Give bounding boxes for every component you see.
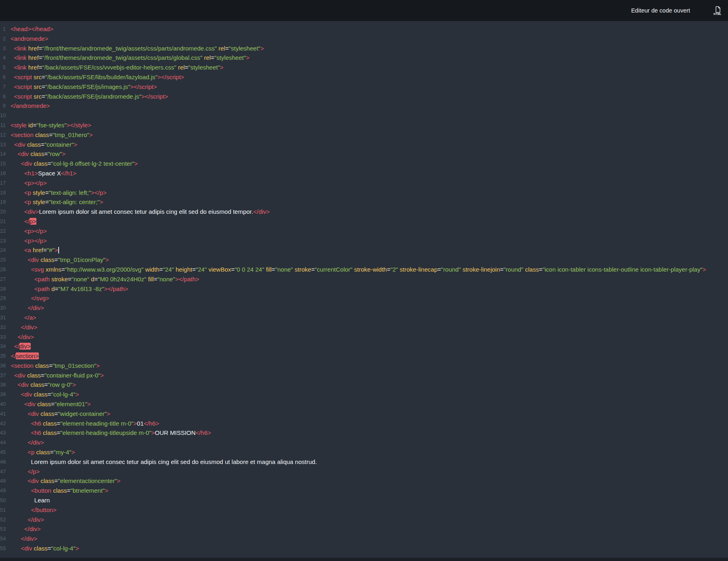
code-line[interactable]: 32 </div>	[0, 323, 728, 332]
code-line[interactable]: 45 <p class="my-4">	[0, 447, 728, 457]
string-token: "24"	[196, 266, 207, 273]
code-line[interactable]: 29 </svg>	[0, 293, 728, 303]
code-line[interactable]: 5 <link href="/back/assets/FSE/css/vvveb…	[0, 63, 728, 72]
code-line[interactable]: 6 <script src="/back/assets/FSE/libs/bui…	[0, 72, 728, 82]
code-line[interactable]: 3 <link href="/front/themes/andromede_tw…	[0, 44, 728, 53]
string-token: "http://www.w3.org/2000/svg"	[65, 266, 144, 273]
code-line[interactable]: 48 <div class="elementactioncenter">	[0, 476, 728, 486]
tag-token: <link	[14, 54, 28, 61]
string-token: "/back/assets/FSE/css/vvvebjs-editor-hel…	[42, 64, 176, 71]
tag-token: </div>	[253, 208, 270, 215]
code-line[interactable]: 50 Learn	[0, 496, 728, 505]
code-line[interactable]: 34 </div>	[0, 342, 728, 351]
code-line[interactable]: 12<section class="tmp_01hero">	[0, 130, 728, 140]
text-token: =	[54, 477, 58, 484]
text-token: =	[67, 487, 70, 494]
string-token: "element-heading-titleupside m-0"	[60, 429, 151, 436]
line-number: 31	[0, 313, 11, 323]
attribute-token: class	[53, 487, 67, 494]
code-line[interactable]: 27 <path stroke="none" d="M0 0h24v24H0z"…	[0, 274, 728, 284]
code-line[interactable]: 25 <div class="tmp_01iconPlay">	[0, 255, 728, 265]
horizontal-scrollbar-track[interactable]	[0, 558, 728, 561]
code-line[interactable]: 43 <h6 class="element-heading-titleupsid…	[0, 428, 728, 438]
code-line[interactable]: 16 <h1>Space X</h1>	[0, 169, 728, 178]
code-line[interactable]: 19 <p style="text-align: center;">	[0, 197, 728, 207]
line-content: <script src="/back/assets/FSE/js/androme…	[11, 92, 728, 101]
code-line[interactable]: 20 <div>Lorem ipsum dolor sit amet conse…	[0, 207, 728, 217]
code-line[interactable]: 30 </div>	[0, 303, 728, 313]
code-line[interactable]: 28 <path d="M7 4v16l13 -8z"></path>	[0, 284, 728, 294]
code-line[interactable]: 4 <link href="/front/themes/andromede_tw…	[0, 53, 728, 63]
code-line[interactable]: 7 <script src="/back/assets/FSE/js/image…	[0, 82, 728, 92]
code-line[interactable]: 52 </div>	[0, 515, 728, 525]
code-line[interactable]: 22 <p></p>	[0, 226, 728, 236]
code-line[interactable]: 49 <button class="btnelement">	[0, 486, 728, 496]
code-line[interactable]: 23 <p></p>	[0, 236, 728, 246]
html-file-icon[interactable]: HTML	[713, 6, 722, 15]
text-token: =	[33, 122, 36, 129]
code-line[interactable]: 17 <p></p>	[0, 178, 728, 188]
line-number: 26	[0, 265, 11, 274]
line-number: 36	[0, 361, 11, 371]
code-line[interactable]: 46 Lorem ipsum dolor sit amet consec tet…	[0, 457, 728, 467]
line-number: 34	[0, 342, 11, 351]
line-number: 47	[0, 467, 11, 477]
code-line[interactable]: 47 </p>	[0, 467, 728, 477]
string-token: "icon icon-tabler icons-tabler-outline i…	[542, 266, 703, 273]
code-line[interactable]: 1<head></head>	[0, 24, 728, 34]
line-number: 13	[0, 140, 11, 150]
code-line[interactable]: 36<section class="tmp_01section">	[0, 361, 728, 371]
text-token	[11, 535, 21, 542]
text-token	[11, 372, 14, 379]
text-token	[11, 198, 24, 205]
line-number: 19	[0, 197, 11, 207]
code-line[interactable]: 15 <div class="col-lg-8 offset-lg-2 text…	[0, 159, 728, 169]
attribute-token: class	[27, 141, 41, 148]
code-line[interactable]: 24 <a href="#">	[0, 245, 728, 255]
code-line[interactable]: 40 <div class="element01">	[0, 399, 728, 409]
code-line[interactable]: 10	[0, 111, 728, 120]
line-number: 18	[0, 188, 11, 198]
code-line[interactable]: 13 <div class="container">	[0, 140, 728, 150]
code-line[interactable]: 8 <script src="/back/assets/FSE/js/andro…	[0, 92, 728, 101]
code-line[interactable]: 38 <div class="row g-0">	[0, 380, 728, 390]
line-content: Lorem ipsum dolor sit amet consec tetur …	[11, 457, 728, 467]
code-line[interactable]: 41 <div class="widget-container">	[0, 409, 728, 419]
code-line[interactable]: 21 </p>	[0, 217, 728, 226]
tag-token: >	[703, 266, 706, 273]
code-line[interactable]: 35</section>	[0, 351, 728, 361]
code-line[interactable]: 42 <h6 class="element-heading-title m-0"…	[0, 419, 728, 428]
string-token: "/front/themes/andromede_twig/assets/css…	[42, 54, 202, 61]
text-token: =	[45, 198, 49, 205]
code-line[interactable]: 11<style id="fse-styles"></style>	[0, 120, 728, 130]
code-line[interactable]: 31 </a>	[0, 313, 728, 323]
tag-token: <div	[21, 545, 34, 552]
code-line[interactable]: 55 <div class="col-lg-4">	[0, 544, 728, 553]
code-line[interactable]: 54 </div>	[0, 534, 728, 544]
tag-token: >	[260, 45, 264, 52]
code-line[interactable]: 44 </div>	[0, 438, 728, 447]
attribute-token: class	[525, 266, 539, 273]
attribute-token: class	[37, 401, 51, 407]
code-line[interactable]: 53 </div>	[0, 524, 728, 534]
code-line[interactable]: 26 <svg xmlns="http://www.w3.org/2000/sv…	[0, 265, 728, 274]
open-code-editor-label[interactable]: Editeur de code ouvert	[631, 7, 690, 14]
code-line[interactable]: 18 <p style="text-align: left;"></p>	[0, 188, 728, 198]
text-token: =	[94, 276, 98, 283]
text-token: =	[211, 54, 214, 61]
code-editor[interactable]: 1<head></head>2<andromede>3 <link href="…	[0, 21, 728, 558]
tag-token: <div	[28, 410, 40, 417]
tag-token: >	[72, 381, 76, 388]
code-line[interactable]: 14 <div class="row">	[0, 149, 728, 159]
code-line[interactable]: 33 </div>	[0, 332, 728, 342]
string-token: "#"	[47, 247, 55, 253]
code-line[interactable]: 51 </button>	[0, 505, 728, 515]
attribute-token: stroke	[51, 276, 68, 283]
tag-token: <path	[34, 276, 51, 283]
code-line[interactable]: 39 <div class="col-lg-4">	[0, 390, 728, 399]
code-line[interactable]: 9</andromede>	[0, 101, 728, 111]
tag-token: >	[99, 198, 103, 205]
code-line[interactable]: 37 <div class="container-fluid px-0">	[0, 371, 728, 380]
line-content: <a href="#">	[11, 245, 728, 255]
code-line[interactable]: 2<andromede>	[0, 34, 728, 44]
